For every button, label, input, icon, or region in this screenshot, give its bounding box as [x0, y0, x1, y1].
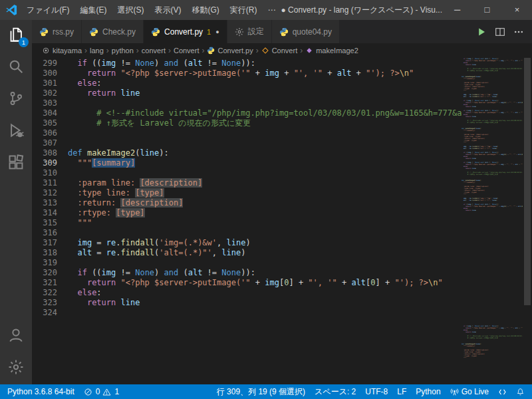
go-live[interactable]: Go Live: [446, 384, 493, 399]
split-editor-button[interactable]: [491, 23, 509, 41]
code-line[interactable]: 323 return line: [32, 298, 462, 308]
source-control-button[interactable]: [0, 84, 32, 116]
remote-window[interactable]: [493, 384, 511, 399]
line-number[interactable]: 314: [32, 208, 57, 218]
code-line[interactable]: 315 """: [32, 218, 462, 228]
code-line[interactable]: 314 :rtype: [type]: [32, 208, 462, 218]
close-button[interactable]: ×: [502, 0, 532, 20]
minimize-button[interactable]: ─: [442, 0, 472, 20]
code-line[interactable]: 307: [32, 138, 462, 148]
crumb-python[interactable]: python: [112, 47, 134, 55]
tab-convert[interactable]: Convert.py1●: [144, 20, 227, 43]
indentation[interactable]: スペース: 2: [310, 384, 360, 399]
tab-quote04[interactable]: quote04.py: [272, 20, 340, 43]
run-python-file-button[interactable]: [472, 23, 491, 41]
run-debug-button[interactable]: [0, 116, 32, 148]
search-button[interactable]: [0, 52, 32, 84]
line-number[interactable]: 321: [32, 278, 57, 288]
code-line[interactable]: 305 # ↑形式を Laravel の現在の形式に変更: [32, 118, 462, 128]
line-number[interactable]: 323: [32, 298, 57, 308]
code-area[interactable]: 299 if ((img != None) and (alt != None))…: [32, 58, 462, 384]
code-line[interactable]: 308def makeImage2(line):: [32, 148, 462, 158]
code-line[interactable]: 319: [32, 258, 462, 268]
line-number[interactable]: 311: [32, 178, 57, 188]
line-number[interactable]: 320: [32, 268, 57, 278]
eol[interactable]: LF: [392, 384, 411, 399]
code-line[interactable]: 301 else:: [32, 78, 462, 88]
crumb-symbol-convert[interactable]: Convert: [261, 47, 298, 55]
more-actions-button[interactable]: [509, 23, 528, 41]
code-line[interactable]: 324: [32, 308, 462, 318]
line-number[interactable]: 303: [32, 98, 57, 108]
code-line[interactable]: 306: [32, 128, 462, 138]
crumb-symbol-makeimage2[interactable]: makeImage2: [305, 47, 358, 55]
line-number[interactable]: 315: [32, 218, 57, 228]
code-line[interactable]: 304 # <!--#include virtual="/php/img.php…: [32, 108, 462, 118]
settings-button[interactable]: [0, 352, 32, 384]
code-line[interactable]: 322 else:: [32, 288, 462, 298]
code-line[interactable]: 303: [32, 98, 462, 108]
code-line[interactable]: 309 """[summary]: [32, 158, 462, 168]
line-number[interactable]: 308: [32, 148, 57, 158]
maximize-button[interactable]: □: [472, 0, 502, 20]
line-number[interactable]: 304: [32, 108, 57, 118]
code-line[interactable]: 320 if ((img != None) and (alt != None))…: [32, 268, 462, 278]
encoding[interactable]: UTF-8: [360, 384, 392, 399]
scrollbar-thumb[interactable]: [524, 58, 531, 305]
line-number[interactable]: 306: [32, 128, 57, 138]
vertical-scrollbar[interactable]: [523, 58, 532, 384]
menu-selection[interactable]: 選択(S): [112, 0, 149, 20]
code-line[interactable]: 299 if ((img != None) and (alt != None))…: [32, 59, 462, 68]
tab-settings[interactable]: 設定: [227, 20, 272, 43]
menu-view[interactable]: 表示(V): [149, 0, 186, 20]
crumb-convert-folder[interactable]: Convert: [174, 47, 200, 55]
code-line[interactable]: 311 :param line: [description]: [32, 178, 462, 188]
line-number[interactable]: 316: [32, 228, 57, 238]
line-number[interactable]: 317: [32, 238, 57, 248]
code-line[interactable]: 312 :type line: [type]: [32, 188, 462, 198]
tab-rss[interactable]: rss.py: [32, 20, 82, 43]
code-line[interactable]: 313 :return: [description]: [32, 198, 462, 208]
line-number[interactable]: 307: [32, 138, 57, 148]
line-number[interactable]: 319: [32, 258, 57, 268]
line-number[interactable]: 301: [32, 78, 57, 88]
menu-run[interactable]: 実行(R): [225, 0, 263, 20]
code-line[interactable]: 302 return line: [32, 88, 462, 98]
line-number[interactable]: 318: [32, 248, 57, 258]
explorer-button[interactable]: 1: [0, 20, 32, 52]
line-number[interactable]: 310: [32, 168, 57, 178]
line-number[interactable]: 313: [32, 198, 57, 208]
code-line[interactable]: 310: [32, 168, 462, 178]
menu-edit[interactable]: 編集(E): [74, 0, 112, 20]
crumb-convert[interactable]: convert: [142, 47, 166, 55]
line-number[interactable]: 299: [32, 59, 57, 68]
line-number[interactable]: 300: [32, 68, 57, 78]
problems[interactable]: 01: [79, 384, 124, 399]
line-number[interactable]: 324: [32, 308, 57, 318]
extensions-button[interactable]: [0, 148, 32, 180]
menu-go[interactable]: 移動(G): [186, 0, 224, 20]
python-interpreter[interactable]: Python 3.6.8 64-bit: [3, 384, 79, 399]
code-line[interactable]: 317 img = re.findall('img=(.*)&w', line): [32, 238, 462, 248]
code-line[interactable]: 300 return "<?php $server->putImage('" +…: [32, 68, 462, 78]
line-number[interactable]: 305: [32, 118, 57, 128]
code-editor[interactable]: 299 if ((img != None) and (alt != None))…: [32, 58, 532, 384]
tab-convert-dirty-indicator[interactable]: ●: [215, 29, 219, 35]
line-number[interactable]: 312: [32, 188, 57, 198]
minimap[interactable]: if ((img != None) and (alt != None)): re…: [462, 58, 523, 384]
tab-check[interactable]: Check.py: [82, 20, 144, 43]
code-line[interactable]: 316: [32, 228, 462, 238]
crumb-kitayama[interactable]: kitayama: [42, 47, 82, 55]
line-number[interactable]: 309: [32, 158, 57, 168]
crumb-lang[interactable]: lang: [90, 47, 104, 55]
notifications[interactable]: [511, 384, 529, 399]
menu-more[interactable]: ⋯: [262, 0, 281, 20]
language-mode[interactable]: Python: [411, 384, 445, 399]
line-number[interactable]: 302: [32, 88, 57, 98]
cursor-position[interactable]: 行 309、列 19 (9 個選択): [212, 384, 310, 399]
code-line[interactable]: 321 return "<?php $server->putImage('" +…: [32, 278, 462, 288]
crumb-convert-file[interactable]: Convert.py: [207, 47, 253, 55]
account-button[interactable]: [0, 321, 32, 352]
line-number[interactable]: 322: [32, 288, 57, 298]
code-line[interactable]: 318 alt = re.findall('alt=(.*)"', line): [32, 248, 462, 258]
